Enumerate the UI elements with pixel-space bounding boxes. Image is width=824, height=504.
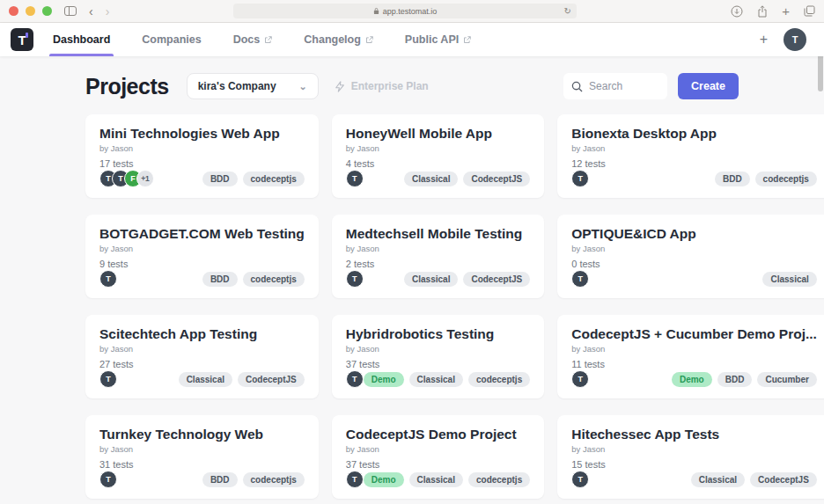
reload-icon[interactable]: ↻ [564, 6, 571, 16]
project-title: Scitechtech App Testing [99, 326, 305, 342]
project-badge: CodeceptJS [463, 172, 530, 186]
project-card[interactable]: Hybridrobotics Testing by Jason 37 tests… [332, 315, 544, 398]
member-avatar: T [571, 370, 589, 388]
project-card[interactable]: Scitechtech App Testing by Jason 27 test… [85, 315, 319, 398]
project-badge: CodeceptJS [463, 272, 530, 287]
project-badges: ClassicalCodeceptJS [691, 472, 817, 487]
project-card-footer: T BDDcodeceptjs [99, 471, 305, 488]
project-card[interactable]: Bionexta Desktop App by Jason 12 tests T… [557, 114, 824, 198]
downloads-icon[interactable] [731, 5, 743, 18]
company-select-value: kira's Company [198, 80, 276, 92]
member-avatar: T [346, 270, 364, 288]
project-avatars: T [571, 270, 589, 288]
project-card[interactable]: Turnkey Technology Web by Jason 31 tests… [85, 415, 319, 499]
project-title: CodeceptJS + Cucumber Demo Proj... [571, 326, 817, 342]
project-card[interactable]: BOTGADGET.COM Web Testing by Jason 9 tes… [85, 215, 319, 298]
project-author: by Jason [99, 344, 305, 354]
project-card[interactable]: CodeceptJS Demo Project by Jason 37 test… [332, 415, 544, 499]
project-tests-count: 2 tests [346, 259, 530, 269]
add-project-button[interactable]: + [760, 32, 768, 47]
project-badge: Demo [672, 372, 712, 387]
minimize-window-button[interactable] [26, 6, 35, 16]
tab-companies[interactable]: Companies [142, 23, 201, 56]
project-title: Bionexta Desktop App [571, 126, 817, 142]
project-badge: codeceptjs [243, 172, 305, 186]
create-button[interactable]: Create [678, 73, 739, 99]
project-card[interactable]: Medtechsell Mobile Testing by Jason 2 te… [332, 215, 544, 298]
project-card[interactable]: HoneyWell Mobile App by Jason 4 tests T … [332, 114, 544, 198]
external-link-icon [264, 36, 272, 44]
project-avatars: T [99, 471, 117, 488]
project-card-footer: TTF+1 BDDcodeceptjs [99, 170, 305, 187]
project-badge: BDD [202, 172, 238, 186]
tab-overview-icon[interactable] [804, 5, 815, 17]
project-card[interactable]: CodeceptJS + Cucumber Demo Proj... by Ja… [557, 315, 824, 398]
tab-label: Docs [233, 33, 261, 46]
project-badge: codeceptjs [243, 472, 305, 487]
project-badge: Classical [409, 372, 463, 387]
bolt-icon [335, 81, 345, 92]
avatar-overflow-chip: +1 [136, 170, 154, 187]
sidebar-icon [64, 6, 77, 16]
project-tests-count: 31 tests [99, 459, 305, 470]
project-card[interactable]: Hitechessec App Tests by Jason 15 tests … [557, 415, 824, 499]
project-tests-count: 12 tests [571, 158, 817, 169]
chevron-down-icon: ⌄ [298, 81, 306, 92]
project-avatars: T [99, 270, 117, 288]
project-badges: ClassicalCodeceptJS [179, 372, 305, 387]
project-title: HoneyWell Mobile App [346, 126, 530, 142]
close-window-button[interactable] [9, 6, 18, 16]
company-select[interactable]: kira's Company ⌄ [187, 73, 319, 99]
new-tab-button[interactable]: + [782, 4, 790, 18]
project-author: by Jason [571, 444, 817, 454]
project-badge: Classical [409, 472, 463, 487]
project-card[interactable]: Mini Technologies Web App by Jason 17 te… [85, 114, 319, 198]
project-title: Turnkey Technology Web [99, 427, 305, 442]
project-title: Hybridrobotics Testing [346, 326, 530, 342]
browser-chrome: ‹ › app.testomat.io ↻ + [0, 0, 824, 23]
project-badge: codeceptjs [243, 272, 305, 287]
zoom-window-button[interactable] [42, 6, 52, 16]
testomat-logo[interactable]: T [11, 28, 33, 51]
tab-changelog[interactable]: Changelog [304, 23, 373, 56]
project-avatars: T [571, 471, 589, 488]
project-badge: Classical [404, 172, 458, 186]
project-badges: DemoClassicalcodeceptjs [364, 472, 530, 487]
project-badges: BDDcodeceptjs [202, 472, 305, 487]
member-avatar: T [99, 270, 117, 288]
project-badge: Demo [364, 472, 404, 487]
project-badges: Classical [762, 272, 816, 287]
sidebar-toggle-button[interactable] [64, 6, 77, 16]
member-avatar: T [346, 471, 364, 488]
external-link-icon [365, 36, 373, 44]
plan-label: Enterprise Plan [351, 80, 429, 92]
project-tests-count: 17 tests [99, 158, 305, 169]
address-bar[interactable]: app.testomat.io ↻ [233, 4, 577, 18]
project-title: BOTGADGET.COM Web Testing [99, 226, 305, 242]
project-card-footer: T ClassicalCodeceptJS [346, 270, 530, 288]
project-badges: ClassicalCodeceptJS [404, 172, 530, 186]
project-badge: BDD [715, 172, 750, 186]
project-card[interactable]: OPTIQUE&ICD App by Jason 0 tests T Class… [557, 215, 824, 298]
lock-icon [373, 7, 379, 15]
member-avatar: T [99, 370, 117, 388]
tab-dashboard[interactable]: Dashboard [53, 23, 110, 56]
forward-button[interactable]: › [106, 5, 110, 18]
project-card-footer: T DemoBDDCucumber [571, 370, 817, 388]
back-button[interactable]: ‹ [89, 5, 93, 18]
search-input[interactable] [589, 80, 659, 92]
share-icon[interactable] [757, 5, 768, 18]
tab-label: Public API [405, 33, 459, 46]
project-badge: codeceptjs [755, 172, 817, 186]
tab-public-api[interactable]: Public API [405, 23, 471, 56]
project-badge: BDD [202, 472, 238, 487]
user-avatar[interactable]: T [784, 28, 806, 51]
projects-grid: Mini Technologies Web App by Jason 17 te… [85, 114, 739, 499]
project-author: by Jason [346, 344, 530, 354]
project-tests-count: 37 tests [346, 459, 530, 470]
search-box[interactable] [563, 73, 667, 99]
member-avatar: T [571, 170, 589, 187]
project-author: by Jason [346, 444, 530, 454]
tab-docs[interactable]: Docs [233, 23, 273, 56]
navbar-right: + T [760, 28, 813, 51]
